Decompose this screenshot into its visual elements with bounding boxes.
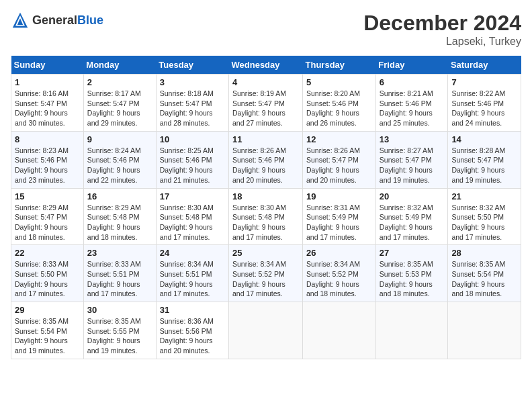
calendar-cell: 3Sunrise: 8:18 AMSunset: 5:47 PMDaylight… (156, 75, 228, 132)
calendar-week-row: 29Sunrise: 8:35 AMSunset: 5:54 PMDayligh… (11, 302, 521, 359)
day-info: Sunrise: 8:35 AMSunset: 5:54 PMDaylight:… (451, 259, 517, 299)
day-info: Sunrise: 8:19 AMSunset: 5:47 PMDaylight:… (232, 89, 299, 128)
day-number: 26 (306, 248, 372, 258)
day-info: Sunrise: 8:30 AMSunset: 5:48 PMDaylight:… (232, 203, 299, 242)
calendar-cell: 11Sunrise: 8:26 AMSunset: 5:46 PMDayligh… (229, 131, 303, 188)
calendar-cell (303, 302, 376, 359)
day-info: Sunrise: 8:28 AMSunset: 5:47 PMDaylight:… (451, 146, 517, 185)
calendar-cell: 24Sunrise: 8:34 AMSunset: 5:51 PMDayligh… (156, 245, 228, 302)
day-info: Sunrise: 8:32 AMSunset: 5:50 PMDaylight:… (451, 203, 517, 242)
day-number: 10 (160, 134, 225, 144)
logo: GeneralBlue (11, 11, 103, 30)
day-info: Sunrise: 8:27 AMSunset: 5:47 PMDaylight:… (380, 146, 445, 185)
calendar-cell: 5Sunrise: 8:20 AMSunset: 5:46 PMDaylight… (303, 75, 376, 132)
calendar-cell (375, 302, 448, 359)
calendar-cell: 25Sunrise: 8:34 AMSunset: 5:52 PMDayligh… (229, 245, 303, 302)
day-number: 29 (15, 305, 80, 315)
day-info: Sunrise: 8:24 AMSunset: 5:46 PMDaylight:… (87, 146, 152, 185)
day-info: Sunrise: 8:35 AMSunset: 5:54 PMDaylight:… (15, 316, 80, 356)
calendar-cell: 31Sunrise: 8:36 AMSunset: 5:56 PMDayligh… (156, 302, 228, 359)
calendar-cell: 30Sunrise: 8:35 AMSunset: 5:55 PMDayligh… (83, 302, 156, 359)
logo-icon (11, 11, 30, 30)
day-info: Sunrise: 8:35 AMSunset: 5:55 PMDaylight:… (87, 316, 152, 356)
day-info: Sunrise: 8:30 AMSunset: 5:48 PMDaylight:… (160, 203, 225, 242)
day-number: 7 (451, 77, 517, 87)
weekday-header-wednesday: Wednesday (229, 56, 303, 75)
calendar-cell: 18Sunrise: 8:30 AMSunset: 5:48 PMDayligh… (229, 188, 303, 245)
calendar-cell: 28Sunrise: 8:35 AMSunset: 5:54 PMDayligh… (448, 245, 521, 302)
calendar-cell: 23Sunrise: 8:33 AMSunset: 5:51 PMDayligh… (83, 245, 156, 302)
day-number: 14 (451, 134, 517, 144)
day-number: 23 (87, 248, 152, 258)
day-number: 2 (87, 77, 152, 87)
calendar-cell (229, 302, 303, 359)
day-number: 17 (160, 191, 225, 201)
calendar-week-row: 1Sunrise: 8:16 AMSunset: 5:47 PMDaylight… (11, 75, 521, 132)
day-info: Sunrise: 8:36 AMSunset: 5:56 PMDaylight:… (160, 316, 225, 356)
calendar-cell: 8Sunrise: 8:23 AMSunset: 5:46 PMDaylight… (11, 131, 84, 188)
day-number: 15 (15, 191, 80, 201)
day-number: 6 (380, 77, 445, 87)
calendar-cell: 17Sunrise: 8:30 AMSunset: 5:48 PMDayligh… (156, 188, 228, 245)
calendar-cell: 9Sunrise: 8:24 AMSunset: 5:46 PMDaylight… (83, 131, 156, 188)
calendar-cell: 2Sunrise: 8:17 AMSunset: 5:47 PMDaylight… (83, 75, 156, 132)
day-number: 22 (15, 248, 80, 258)
calendar-cell: 4Sunrise: 8:19 AMSunset: 5:47 PMDaylight… (229, 75, 303, 132)
day-number: 18 (232, 191, 299, 201)
title-block: December 2024 Lapseki, Turkey (363, 11, 521, 48)
day-info: Sunrise: 8:32 AMSunset: 5:49 PMDaylight:… (380, 203, 445, 242)
weekday-header-thursday: Thursday (303, 56, 376, 75)
logo-text-blue: Blue (77, 13, 103, 27)
day-number: 4 (232, 77, 299, 87)
month-title: December 2024 (363, 11, 521, 36)
weekday-header-saturday: Saturday (448, 56, 521, 75)
day-number: 5 (306, 77, 372, 87)
day-info: Sunrise: 8:31 AMSunset: 5:49 PMDaylight:… (306, 203, 372, 242)
day-number: 21 (451, 191, 517, 201)
day-number: 9 (87, 134, 152, 144)
calendar-cell: 6Sunrise: 8:21 AMSunset: 5:46 PMDaylight… (375, 75, 448, 132)
day-number: 20 (380, 191, 445, 201)
day-number: 1 (15, 77, 80, 87)
calendar-cell: 10Sunrise: 8:25 AMSunset: 5:46 PMDayligh… (156, 131, 228, 188)
day-info: Sunrise: 8:23 AMSunset: 5:46 PMDaylight:… (15, 146, 80, 185)
day-number: 25 (232, 248, 299, 258)
day-info: Sunrise: 8:29 AMSunset: 5:48 PMDaylight:… (87, 203, 152, 242)
day-info: Sunrise: 8:17 AMSunset: 5:47 PMDaylight:… (87, 89, 152, 128)
calendar-cell: 26Sunrise: 8:34 AMSunset: 5:52 PMDayligh… (303, 245, 376, 302)
day-number: 8 (15, 134, 80, 144)
day-info: Sunrise: 8:20 AMSunset: 5:46 PMDaylight:… (306, 89, 372, 128)
calendar-cell: 12Sunrise: 8:26 AMSunset: 5:47 PMDayligh… (303, 131, 376, 188)
day-number: 31 (160, 305, 225, 315)
calendar-cell: 21Sunrise: 8:32 AMSunset: 5:50 PMDayligh… (448, 188, 521, 245)
day-info: Sunrise: 8:18 AMSunset: 5:47 PMDaylight:… (160, 89, 225, 128)
weekday-header-monday: Monday (83, 56, 156, 75)
logo-text-general: General (32, 13, 77, 27)
day-info: Sunrise: 8:35 AMSunset: 5:53 PMDaylight:… (380, 259, 445, 299)
day-number: 12 (306, 134, 372, 144)
day-number: 19 (306, 191, 372, 201)
day-info: Sunrise: 8:21 AMSunset: 5:46 PMDaylight:… (380, 89, 445, 128)
calendar-cell: 16Sunrise: 8:29 AMSunset: 5:48 PMDayligh… (83, 188, 156, 245)
day-number: 11 (232, 134, 299, 144)
calendar-cell: 27Sunrise: 8:35 AMSunset: 5:53 PMDayligh… (375, 245, 448, 302)
day-info: Sunrise: 8:34 AMSunset: 5:51 PMDaylight:… (160, 259, 225, 299)
day-number: 16 (87, 191, 152, 201)
calendar-week-row: 8Sunrise: 8:23 AMSunset: 5:46 PMDaylight… (11, 131, 521, 188)
calendar-table: SundayMondayTuesdayWednesdayThursdayFrid… (11, 56, 521, 359)
weekday-header-row: SundayMondayTuesdayWednesdayThursdayFrid… (11, 56, 521, 75)
calendar-cell (448, 302, 521, 359)
calendar-cell: 14Sunrise: 8:28 AMSunset: 5:47 PMDayligh… (448, 131, 521, 188)
calendar-week-row: 15Sunrise: 8:29 AMSunset: 5:47 PMDayligh… (11, 188, 521, 245)
day-number: 3 (160, 77, 225, 87)
day-info: Sunrise: 8:25 AMSunset: 5:46 PMDaylight:… (160, 146, 225, 185)
calendar-cell: 7Sunrise: 8:22 AMSunset: 5:46 PMDaylight… (448, 75, 521, 132)
day-number: 28 (451, 248, 517, 258)
day-info: Sunrise: 8:22 AMSunset: 5:46 PMDaylight:… (451, 89, 517, 128)
day-number: 13 (380, 134, 445, 144)
calendar-week-row: 22Sunrise: 8:33 AMSunset: 5:50 PMDayligh… (11, 245, 521, 302)
day-info: Sunrise: 8:26 AMSunset: 5:47 PMDaylight:… (306, 146, 372, 185)
calendar-cell: 13Sunrise: 8:27 AMSunset: 5:47 PMDayligh… (375, 131, 448, 188)
day-info: Sunrise: 8:33 AMSunset: 5:50 PMDaylight:… (15, 259, 80, 299)
day-info: Sunrise: 8:33 AMSunset: 5:51 PMDaylight:… (87, 259, 152, 299)
